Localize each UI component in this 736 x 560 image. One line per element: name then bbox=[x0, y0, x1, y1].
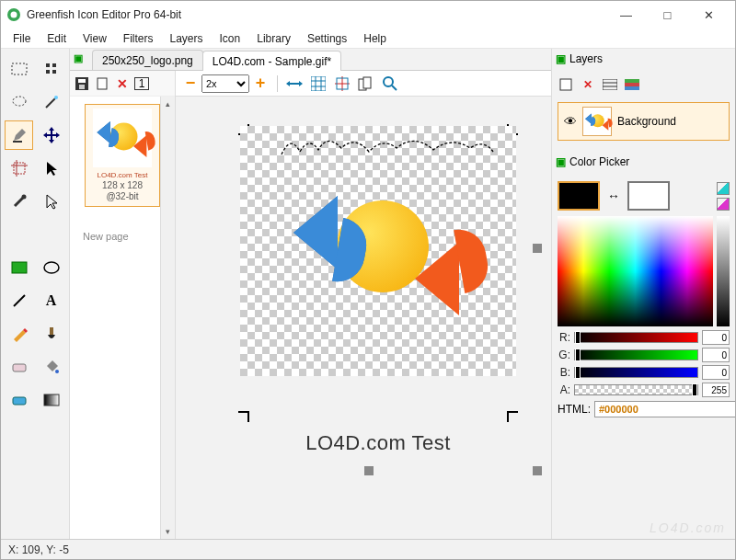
delete-layer-icon[interactable]: ✕ bbox=[580, 76, 596, 93]
tool-eyedropper[interactable] bbox=[5, 187, 33, 216]
tool-gradient[interactable] bbox=[37, 385, 65, 415]
menu-view[interactable]: View bbox=[75, 29, 115, 48]
tool-draw-pencil[interactable] bbox=[5, 319, 33, 349]
canvas[interactable]: LO4D.com Test bbox=[240, 126, 516, 420]
tool-text[interactable]: A bbox=[37, 286, 65, 315]
resize-handle-bottom[interactable] bbox=[364, 466, 374, 475]
svg-point-26 bbox=[44, 262, 59, 273]
fit-width-icon[interactable] bbox=[285, 74, 304, 93]
pages-icon[interactable] bbox=[357, 74, 375, 93]
menu-library[interactable]: Library bbox=[248, 29, 299, 48]
menu-layers[interactable]: Layers bbox=[162, 29, 212, 48]
tool-brush[interactable] bbox=[37, 319, 65, 349]
svg-marker-42 bbox=[299, 81, 303, 86]
tool-rectangle[interactable] bbox=[5, 253, 33, 282]
zoom-out-icon[interactable]: − bbox=[181, 74, 200, 93]
value-strip[interactable] bbox=[717, 216, 730, 326]
scroll-up-icon[interactable]: ▴ bbox=[161, 97, 175, 111]
layer-background[interactable]: 👁 Background bbox=[558, 102, 730, 141]
menu-edit[interactable]: Edit bbox=[39, 29, 75, 48]
maximize-button[interactable]: □ bbox=[647, 1, 688, 29]
tab-1[interactable]: LO4D.com - Sample.gif* bbox=[202, 51, 341, 71]
svg-rect-52 bbox=[363, 77, 371, 88]
menu-filters[interactable]: Filters bbox=[115, 29, 162, 48]
zoom-in-icon[interactable]: + bbox=[251, 74, 270, 93]
close-button[interactable]: ✕ bbox=[688, 1, 730, 29]
g-slider[interactable] bbox=[574, 349, 698, 360]
new-page-icon[interactable] bbox=[94, 75, 110, 92]
expand-icon[interactable]: ▣ bbox=[556, 52, 566, 65]
swap-colors-icon[interactable]: ↔ bbox=[607, 189, 620, 203]
html-color-row: HTML: ... bbox=[558, 401, 730, 417]
svg-point-1 bbox=[11, 12, 17, 18]
mini-swatch-2[interactable] bbox=[717, 198, 730, 211]
svg-point-9 bbox=[54, 96, 58, 99]
mini-swatch-1[interactable] bbox=[717, 182, 730, 195]
tool-eraser[interactable] bbox=[5, 352, 33, 382]
layer-props-icon[interactable] bbox=[602, 76, 618, 93]
tool-lasso[interactable] bbox=[5, 87, 33, 117]
resize-handle-right[interactable] bbox=[533, 244, 542, 253]
g-value[interactable] bbox=[702, 348, 730, 362]
panel-toggle-icon[interactable]: ▣ bbox=[74, 52, 83, 64]
logo-graphic bbox=[286, 159, 470, 343]
center-icon[interactable] bbox=[333, 74, 351, 93]
menu-icon[interactable]: Icon bbox=[212, 29, 249, 48]
svg-rect-18 bbox=[14, 163, 25, 174]
color-picker-label: Color Picker bbox=[569, 155, 629, 168]
r-slider[interactable] bbox=[574, 332, 698, 343]
tool-rect-select[interactable] bbox=[5, 54, 33, 84]
save-icon[interactable] bbox=[74, 75, 90, 92]
svg-line-27 bbox=[14, 295, 25, 306]
eye-icon[interactable]: 👁 bbox=[564, 114, 577, 129]
tool-pointer[interactable] bbox=[37, 187, 65, 216]
background-swatch[interactable] bbox=[627, 181, 670, 211]
color-picker-header[interactable]: ▣ Color Picker bbox=[552, 152, 735, 172]
menu-help[interactable]: Help bbox=[355, 29, 395, 48]
svg-marker-10 bbox=[14, 129, 26, 141]
a-slider[interactable] bbox=[574, 384, 698, 395]
r-value[interactable] bbox=[702, 330, 730, 345]
tool-move[interactable] bbox=[37, 120, 65, 150]
tool-crop[interactable] bbox=[5, 154, 33, 183]
svg-rect-25 bbox=[12, 262, 27, 273]
tool-cursor[interactable] bbox=[37, 154, 65, 183]
window-title: Greenfish Icon Editor Pro 64-bit bbox=[27, 8, 605, 21]
menu-settings[interactable]: Settings bbox=[299, 29, 355, 48]
layers-header[interactable]: ▣ Layers bbox=[552, 49, 735, 69]
svg-marker-28 bbox=[14, 330, 26, 342]
scroll-down-icon[interactable]: ▾ bbox=[161, 524, 175, 539]
html-color-input[interactable] bbox=[594, 401, 736, 417]
menu-file[interactable]: File bbox=[5, 29, 39, 48]
svg-rect-11 bbox=[13, 141, 22, 143]
tool-ellipse[interactable] bbox=[37, 253, 65, 282]
foreground-swatch[interactable] bbox=[558, 181, 600, 211]
tool-retouch[interactable] bbox=[37, 54, 65, 84]
b-value[interactable] bbox=[702, 365, 730, 380]
zoom-select[interactable]: 2x bbox=[201, 74, 249, 93]
spectrum-picker[interactable] bbox=[558, 216, 713, 326]
grid-icon[interactable] bbox=[309, 74, 328, 93]
tool-bucket[interactable] bbox=[37, 352, 65, 382]
canvas-checker[interactable] bbox=[240, 126, 516, 376]
pages-scrollbar[interactable]: ▴ ▾ bbox=[160, 97, 175, 539]
tool-pencil[interactable] bbox=[5, 120, 33, 150]
tool-line[interactable] bbox=[5, 286, 33, 315]
magnifier-icon[interactable] bbox=[381, 74, 399, 93]
page-thumbnail[interactable]: LO4D.com Test 128 x 128 @32-bit bbox=[85, 104, 160, 207]
b-slider[interactable] bbox=[574, 367, 698, 378]
frame-number[interactable]: 1 bbox=[134, 77, 149, 90]
expand-icon[interactable]: ▣ bbox=[556, 155, 566, 168]
tool-eraser-fill[interactable] bbox=[5, 385, 33, 415]
resize-handle-corner[interactable] bbox=[533, 466, 542, 475]
svg-marker-15 bbox=[49, 140, 54, 143]
tab-label: 250x250_logo.png bbox=[102, 54, 193, 67]
tool-magic-wand[interactable] bbox=[37, 87, 65, 117]
delete-page-icon[interactable]: ✕ bbox=[114, 75, 131, 92]
new-layer-icon[interactable] bbox=[558, 76, 574, 93]
merge-layer-icon[interactable] bbox=[624, 76, 640, 93]
svg-rect-61 bbox=[625, 86, 639, 90]
a-value[interactable] bbox=[702, 383, 730, 397]
minimize-button[interactable]: ― bbox=[605, 1, 647, 29]
tab-0[interactable]: 250x250_logo.png bbox=[92, 50, 203, 70]
